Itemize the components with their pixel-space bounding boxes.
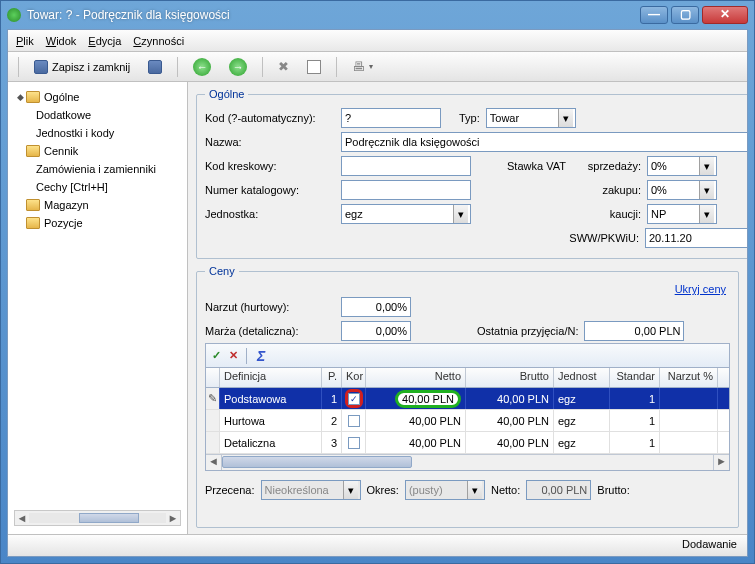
katalog-input[interactable] (341, 180, 471, 200)
ogolne-legend: Ogólne (205, 88, 248, 100)
col-kor[interactable]: Kor (342, 368, 366, 387)
ostatnia-label: Ostatnia przyjęcia/N: (477, 325, 578, 337)
nazwa-label: Nazwa: (205, 136, 335, 148)
tree-magazyn[interactable]: Magazyn (12, 196, 183, 214)
menu-czynnosci[interactable]: Czynności (133, 35, 184, 47)
price-grid[interactable]: Definicja P. Kor Netto Brutto Jednost St… (205, 367, 730, 471)
grid-row[interactable]: Hurtowa 2 40,00 PLN 40,00 PLN egz 1 (206, 410, 729, 432)
col-jednostka[interactable]: Jednost (554, 368, 610, 387)
jednostka-combo[interactable]: egz (341, 204, 471, 224)
wrench-icon: ✖ (278, 59, 289, 74)
tree-dodatkowe[interactable]: Dodatkowe (12, 106, 183, 124)
menu-plik[interactable]: Plik (16, 35, 34, 47)
tree-pozycje[interactable]: Pozycje (12, 214, 183, 232)
narzut-input[interactable] (341, 297, 411, 317)
maximize-button[interactable]: ▢ (671, 6, 699, 24)
print-icon: 🖶 (352, 59, 365, 74)
tools-button[interactable]: ✖ (271, 56, 296, 78)
katalog-label: Numer katalogowy: (205, 184, 335, 196)
brutto-label: Brutto: (597, 484, 629, 496)
sidebar-hscroll[interactable]: ◄► (14, 510, 181, 526)
menu-widok[interactable]: Widok (46, 35, 77, 47)
col-brutto[interactable]: Brutto (466, 368, 554, 387)
kreskowy-input[interactable] (341, 156, 471, 176)
sww-input[interactable] (645, 228, 747, 248)
nav-sidebar: ◆Ogólne Dodatkowe Jednostki i kody Cenni… (8, 82, 188, 534)
grid-toolbar: ✓ ✕ Σ (205, 343, 730, 367)
forward-button[interactable]: → (222, 56, 254, 78)
save-button[interactable] (141, 56, 169, 78)
grid-delete-button[interactable]: ✕ (229, 349, 238, 362)
kor-checkbox[interactable] (348, 393, 360, 405)
ostatnia-input[interactable] (584, 321, 684, 341)
col-netto[interactable]: Netto (366, 368, 466, 387)
tree-zamowienia[interactable]: Zamówienia i zamienniki (12, 160, 183, 178)
netto-label: Netto: (491, 484, 520, 496)
tree-cennik[interactable]: Cennik (12, 142, 183, 160)
grid-row[interactable]: Detaliczna 3 40,00 PLN 40,00 PLN egz 1 (206, 432, 729, 454)
kor-checkbox[interactable] (348, 437, 360, 449)
typ-label: Typ: (459, 112, 480, 124)
grid-sum-button[interactable]: Σ (246, 348, 265, 364)
przecena-label: Przecena: (205, 484, 255, 496)
kaucji-combo[interactable]: NP (647, 204, 717, 224)
close-button[interactable]: ✕ (702, 6, 748, 24)
jednostka-label: Jednostka: (205, 208, 335, 220)
refresh-button[interactable] (300, 56, 328, 78)
grid-confirm-button[interactable]: ✓ (212, 349, 221, 362)
vat-zak-combo[interactable]: 0% (647, 180, 717, 200)
col-definicja[interactable]: Definicja (220, 368, 322, 387)
nazwa-input[interactable] (341, 132, 747, 152)
folder-icon (26, 91, 40, 103)
status-text: Dodawanie (682, 538, 737, 550)
tree-ogolne[interactable]: ◆Ogólne (12, 88, 183, 106)
separator (336, 57, 337, 77)
titlebar[interactable]: Towar: ? - Podręcznik dla księgowości — … (1, 1, 754, 29)
print-button[interactable]: 🖶▾ (345, 56, 380, 78)
ukryj-ceny-link[interactable]: Ukryj ceny (675, 283, 726, 295)
sheet-icon (307, 60, 321, 74)
col-pz[interactable]: P. (322, 368, 342, 387)
tree-jednostki[interactable]: Jednostki i kody (12, 124, 183, 142)
col-standar[interactable]: Standar (610, 368, 660, 387)
toolbar: Zapisz i zamknij ← → ✖ 🖶▾ (8, 52, 747, 82)
save-close-button[interactable]: Zapisz i zamknij (27, 56, 137, 78)
col-narzut[interactable]: Narzut % (660, 368, 718, 387)
minimize-button[interactable]: — (640, 6, 668, 24)
folder-icon (26, 217, 40, 229)
window-title: Towar: ? - Podręcznik dla księgowości (27, 8, 640, 22)
app-icon (7, 8, 21, 22)
nav-tree[interactable]: ◆Ogólne Dodatkowe Jednostki i kody Cenni… (12, 88, 183, 506)
kreskowy-label: Kod kreskowy: (205, 160, 335, 172)
app-window: Towar: ? - Podręcznik dla księgowości — … (0, 0, 755, 564)
row-indicator-icon: ✎ (206, 388, 220, 409)
kod-input[interactable] (341, 108, 441, 128)
okres-label: Okres: (367, 484, 399, 496)
content-panel: Ogólne Kod (?-automatyczny): Typ: Towar … (188, 82, 747, 534)
folder-icon (26, 199, 40, 211)
sww-label: SWW/PKWiU: (507, 232, 639, 244)
tree-cechy[interactable]: Cechy [Ctrl+H] (12, 178, 183, 196)
menu-edycja[interactable]: Edycja (88, 35, 121, 47)
vat-sprz-combo[interactable]: 0% (647, 156, 717, 176)
back-button[interactable]: ← (186, 56, 218, 78)
marza-input[interactable] (341, 321, 411, 341)
marza-label: Marża (detaliczna): (205, 325, 335, 337)
ceny-legend: Ceny (205, 265, 239, 277)
status-bar: Dodawanie (8, 534, 747, 556)
kaucji-label: kaucji: (583, 208, 641, 220)
typ-combo[interactable]: Towar (486, 108, 576, 128)
folder-icon (26, 145, 40, 157)
highlight-kor (345, 389, 363, 408)
grid-hscroll[interactable]: ◄► (206, 454, 729, 470)
disk-icon (148, 60, 162, 74)
separator (177, 57, 178, 77)
save-icon (34, 60, 48, 74)
kod-label: Kod (?-automatyczny): (205, 112, 335, 124)
ceny-fieldset: Ceny Ukryj ceny Narzut (hurtowy): Marża … (196, 265, 739, 528)
przecena-combo: Nieokreślona (261, 480, 361, 500)
kor-checkbox[interactable] (348, 415, 360, 427)
vat-label: Stawka VAT (507, 160, 577, 172)
grid-row[interactable]: ✎ Podstawowa 1 40,00 PLN 40,00 PLN egz 1 (206, 388, 729, 410)
okres-combo: (pusty) (405, 480, 485, 500)
